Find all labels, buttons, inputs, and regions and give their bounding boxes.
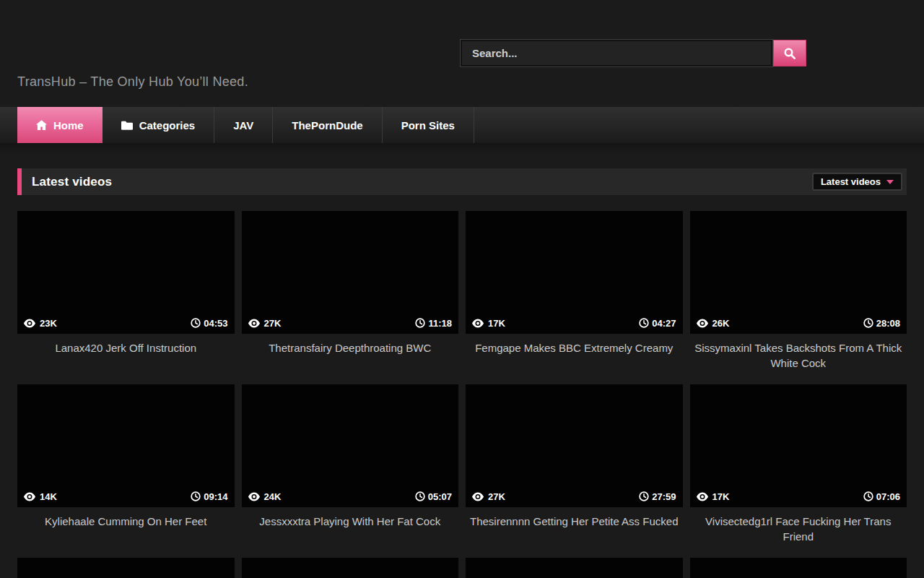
video-meta: 27K 27:59: [466, 486, 683, 507]
clock-icon: [639, 491, 649, 501]
nav-item-porn-sites[interactable]: Porn Sites: [383, 107, 474, 143]
video-card[interactable]: 17K 04:27 Femgape Makes BBC Extremely Cr…: [466, 211, 683, 384]
video-title: Thesirennnn Getting Her Petite Ass Fucke…: [466, 507, 683, 558]
video-card[interactable]: [17, 558, 235, 578]
video-card[interactable]: 23K 04:53 Lanax420 Jerk Off Instruction: [17, 211, 235, 384]
nav-item-categories[interactable]: Categories: [103, 107, 215, 143]
eye-icon: [24, 492, 35, 501]
video-title: Lanax420 Jerk Off Instruction: [17, 334, 235, 384]
video-title: Sissymaxinl Takes Backshots From A Thick…: [690, 334, 907, 384]
video-card[interactable]: 14K 09:14 Kyliehaale Cumming On Her Feet: [17, 384, 235, 558]
video-title: Thetransfairy Deepthroating BWC: [242, 334, 459, 384]
video-thumbnail: [17, 558, 235, 578]
video-title: Jessxxxtra Playing With Her Fat Cock: [242, 507, 459, 558]
clock-icon: [415, 318, 425, 328]
video-card[interactable]: 27K 11:18 Thetransfairy Deepthroating BW…: [242, 211, 459, 384]
video-title: Kyliehaale Cumming On Her Feet: [17, 507, 235, 558]
video-card[interactable]: 17K 07:06 Vivisectedg1rl Face Fucking He…: [690, 384, 907, 558]
search-icon: [783, 47, 796, 60]
video-thumbnail: 26K 28:08: [690, 211, 907, 334]
video-duration: 04:53: [191, 318, 227, 329]
video-meta: 23K 04:53: [17, 312, 235, 334]
video-views: 27K: [472, 491, 505, 502]
eye-icon: [248, 319, 260, 328]
caret-down-icon: [886, 180, 894, 184]
clock-icon: [191, 318, 201, 328]
video-grid: 23K 04:53 Lanax420 Jerk Off Instruction: [17, 211, 907, 578]
eye-icon: [248, 492, 260, 501]
video-duration: 11:18: [415, 318, 452, 329]
nav-item-home[interactable]: Home: [17, 107, 103, 143]
section-header: Latest videos Latest videos: [17, 168, 907, 195]
folder-icon: [121, 121, 133, 130]
video-duration: 27:59: [639, 491, 676, 502]
clock-icon: [639, 318, 649, 328]
sort-dropdown[interactable]: Latest videos: [812, 173, 902, 191]
video-views: 23K: [24, 318, 57, 329]
home-icon: [36, 120, 47, 130]
search-form: [461, 40, 806, 66]
nav-list: Home Categories JAV ThePornDude Porn Sit…: [0, 107, 924, 143]
video-thumbnail: 24K 05:07: [242, 384, 459, 507]
video-meta: 26K 28:08: [690, 312, 907, 334]
site-header: TransHub – The Only Hub You’ll Need.: [0, 0, 924, 107]
eye-icon: [24, 319, 35, 328]
eye-icon: [472, 492, 484, 501]
video-views: 27K: [248, 318, 282, 329]
video-card[interactable]: 24K 05:07 Jessxxxtra Playing With Her Fa…: [242, 384, 459, 558]
video-views: 17K: [697, 491, 730, 502]
video-thumbnail: 23K 04:53: [17, 211, 235, 334]
eye-icon: [697, 492, 708, 501]
video-title: Vivisectedg1rl Face Fucking Her Trans Fr…: [690, 507, 907, 558]
clock-icon: [863, 318, 873, 328]
page: TransHub – The Only Hub You’ll Need. Hom…: [0, 0, 924, 578]
video-thumbnail: [690, 558, 907, 578]
video-duration: 09:14: [191, 491, 227, 502]
video-views: 17K: [472, 318, 505, 329]
section-title: Latest videos: [32, 175, 112, 189]
site-tagline: TransHub – The Only Hub You’ll Need.: [17, 74, 248, 90]
video-duration: 07:06: [863, 491, 900, 502]
eye-icon: [472, 319, 484, 328]
video-meta: 27K 11:18: [242, 312, 459, 334]
video-duration: 28:08: [863, 318, 900, 329]
video-card[interactable]: [690, 558, 907, 578]
video-card[interactable]: 26K 28:08 Sissymaxinl Takes Backshots Fr…: [690, 211, 907, 384]
video-thumbnail: 14K 09:14: [17, 384, 235, 507]
video-meta: 14K 09:14: [17, 486, 235, 507]
video-title: Femgape Makes BBC Extremely Creamy: [466, 334, 683, 384]
sort-label: Latest videos: [821, 176, 881, 187]
video-card[interactable]: [466, 558, 683, 578]
main-nav: Home Categories JAV ThePornDude Porn Sit…: [0, 107, 924, 143]
video-thumbnail: 27K 11:18: [242, 211, 459, 334]
search-button[interactable]: [773, 40, 806, 66]
video-thumbnail: 27K 27:59: [466, 384, 683, 507]
video-meta: 17K 04:27: [466, 312, 683, 334]
video-thumbnail: 17K 07:06: [690, 384, 907, 507]
video-thumbnail: 17K 04:27: [466, 211, 683, 334]
video-card[interactable]: [242, 558, 459, 578]
video-thumbnail: [242, 558, 459, 578]
video-views: 26K: [697, 318, 730, 329]
video-card[interactable]: 27K 27:59 Thesirennnn Getting Her Petite…: [466, 384, 683, 558]
video-meta: 24K 05:07: [242, 486, 459, 507]
nav-item-theporndude[interactable]: ThePornDude: [273, 107, 382, 143]
clock-icon: [415, 491, 425, 501]
video-duration: 05:07: [415, 491, 452, 502]
nav-item-jav[interactable]: JAV: [214, 107, 273, 143]
video-views: 14K: [24, 491, 57, 502]
eye-icon: [697, 319, 708, 328]
search-input[interactable]: [461, 40, 772, 66]
clock-icon: [863, 491, 873, 501]
video-meta: 17K 07:06: [690, 486, 907, 507]
video-thumbnail: [466, 558, 683, 578]
video-views: 24K: [248, 491, 282, 502]
clock-icon: [191, 491, 201, 501]
video-duration: 04:27: [639, 318, 676, 329]
